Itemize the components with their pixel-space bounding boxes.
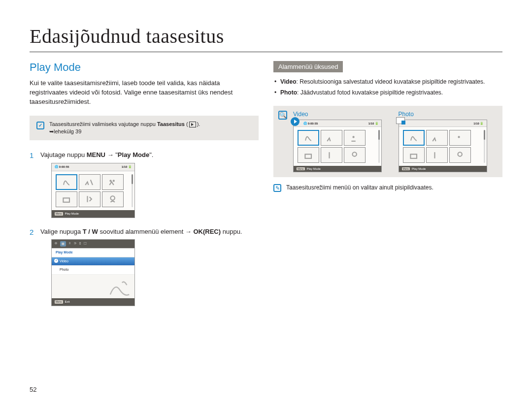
screenshot-video-thumbs: 🌐 0:00:55 1/10 🔋 xyxy=(293,120,382,172)
thumbnail[interactable] xyxy=(79,174,100,190)
ss-exit-label: Exit xyxy=(65,300,70,304)
ss-footer-label: Play Mode xyxy=(65,212,79,216)
intro-paragraph: Kui te valite taasesitamisrežiimi, laseb… xyxy=(30,79,259,107)
step-1: Vajutage nuppu MENU → "Play Mode". 🌐 0:0… xyxy=(30,150,259,218)
note-pageref: lehekülg 39 xyxy=(54,128,81,134)
step1-suffix: ". xyxy=(149,151,153,158)
bullet-video: Video: Resolutsiooniga salvestatud video… xyxy=(273,77,502,86)
scrollbar[interactable] xyxy=(378,130,380,163)
pencil-icon: ✎ xyxy=(273,184,281,192)
svg-point-1 xyxy=(113,180,115,182)
svg-rect-2 xyxy=(64,198,70,202)
playback-icon xyxy=(189,122,196,127)
thumbnail[interactable] xyxy=(321,130,342,146)
svg-point-7 xyxy=(458,136,460,138)
svg-point-9 xyxy=(458,152,462,156)
scrollbar[interactable] xyxy=(484,130,485,163)
ss-footer-label: Play Mode xyxy=(412,167,426,170)
final-note: ✎ Taasesitusrežiimi menüü on valitav ain… xyxy=(273,184,502,192)
svg-rect-5 xyxy=(305,154,312,158)
section-title: Play Mode xyxy=(30,61,259,74)
submenu-header: Alammenüü üksused xyxy=(273,61,343,72)
photo-badge-icon xyxy=(396,117,405,124)
ss-counter: 1/10 🔋 xyxy=(368,122,378,125)
step1-prefix: Vajutage nuppu xyxy=(40,151,87,158)
menu-chip: Menu xyxy=(402,167,410,170)
note-box: ✓ Taasesitusrežiimi valimiseks vajutage … xyxy=(30,116,259,141)
step1-arrow: → " xyxy=(105,151,118,158)
step2-mid: soovitud alammenüü element → xyxy=(98,228,194,235)
step1-playmode: Play Mode xyxy=(118,151,149,158)
header-icon: ≡ xyxy=(69,241,71,247)
bullet-photo: Photo: Jäädvustatud fotod kuvatakse pisi… xyxy=(273,88,502,97)
thumbnail[interactable] xyxy=(56,174,77,190)
scrollbar[interactable] xyxy=(132,174,133,207)
header-icon: ▯ xyxy=(79,241,81,247)
thumbnail[interactable] xyxy=(298,130,319,146)
svg-point-4 xyxy=(353,136,355,138)
svg-rect-8 xyxy=(410,154,417,158)
note-text-prefix: Taasesitusrežiimi valimiseks vajutage nu… xyxy=(49,121,157,127)
thumbnail[interactable] xyxy=(403,130,425,146)
thumbnail[interactable] xyxy=(79,191,100,207)
screenshot-photo-thumbs: . 1/10 🔋 Menu xyxy=(399,120,487,172)
step-2: Valige nupuga T / W soovitud alammenüü e… xyxy=(30,227,259,306)
menu-item-video[interactable]: Video xyxy=(52,257,134,266)
page-number: 52 xyxy=(30,386,36,393)
thumbnail[interactable] xyxy=(102,191,124,207)
step2-suffix: nuppu. xyxy=(221,228,242,235)
step2-okrec: OK(REC) xyxy=(193,228,221,235)
thumbnail[interactable] xyxy=(344,147,366,163)
menu-chip: Menu xyxy=(55,212,63,216)
menu-chip: Menu xyxy=(55,300,63,304)
left-column: Play Mode Kui te valite taasesitamisreži… xyxy=(30,61,259,315)
screenshot-menu: ⊙ ▦ ≡ ⊃ ▯ ⬚ Play Mode Video Photo xyxy=(51,239,135,306)
video-label: Video xyxy=(293,111,393,118)
note-text-suffix: ( xyxy=(185,121,188,127)
chapter-title: Edasijõudnud taasesitus xyxy=(30,25,502,52)
ss-counter: 1/10 🔋 xyxy=(122,165,132,169)
ss-counter: 1/10 🔋 xyxy=(473,122,483,125)
thumbnail[interactable] xyxy=(298,147,319,163)
step1-menu: MENU xyxy=(87,151,105,158)
play-badge-icon xyxy=(291,117,299,126)
svg-point-6 xyxy=(353,152,357,156)
step2-tw: T / W xyxy=(83,228,98,235)
ss-time: 🌐 0:00:55 xyxy=(55,165,69,169)
thumbnail[interactable] xyxy=(102,174,124,190)
menu-chip: Menu xyxy=(297,167,305,170)
right-column: Alammenüü üksused Video: Resolutsiooniga… xyxy=(273,61,502,315)
thumbnail[interactable] xyxy=(426,130,448,146)
header-icon: ⊃ xyxy=(74,241,76,247)
header-icon: ⬚ xyxy=(84,241,87,247)
step2-prefix: Valige nupuga xyxy=(40,228,83,235)
ss-time: 🌐 0:00:55 xyxy=(303,122,318,125)
ss-footer-label: Play Mode xyxy=(307,167,321,170)
dual-screenshot-box: 🔍 Video 🌐 0:00:55 1/10 🔋 xyxy=(273,106,502,177)
final-note-text: Taasesitusrežiimi menüü on valitav ainul… xyxy=(286,184,433,191)
svg-point-3 xyxy=(111,196,115,200)
magnifier-icon: 🔍 xyxy=(278,111,287,120)
screenshot-thumbnails: 🌐 0:00:55 1/10 🔋 xyxy=(51,163,135,218)
thumbnail[interactable] xyxy=(449,147,471,163)
thumbnail[interactable] xyxy=(403,147,425,163)
header-icon: ⊙ xyxy=(55,241,57,247)
thumbnail[interactable] xyxy=(344,130,366,146)
thumbnail[interactable] xyxy=(321,147,342,163)
header-icon: ▦ xyxy=(60,241,66,247)
thumbnail[interactable] xyxy=(56,191,77,207)
check-icon: ✓ xyxy=(36,122,44,129)
thumbnail[interactable] xyxy=(426,147,448,163)
thumbnail[interactable] xyxy=(449,130,471,146)
menu-title: Play Mode xyxy=(52,249,134,257)
menu-item-photo[interactable]: Photo xyxy=(52,266,134,275)
photo-label: Photo xyxy=(399,111,498,118)
note-text-bold: Taasesitus xyxy=(157,121,185,127)
